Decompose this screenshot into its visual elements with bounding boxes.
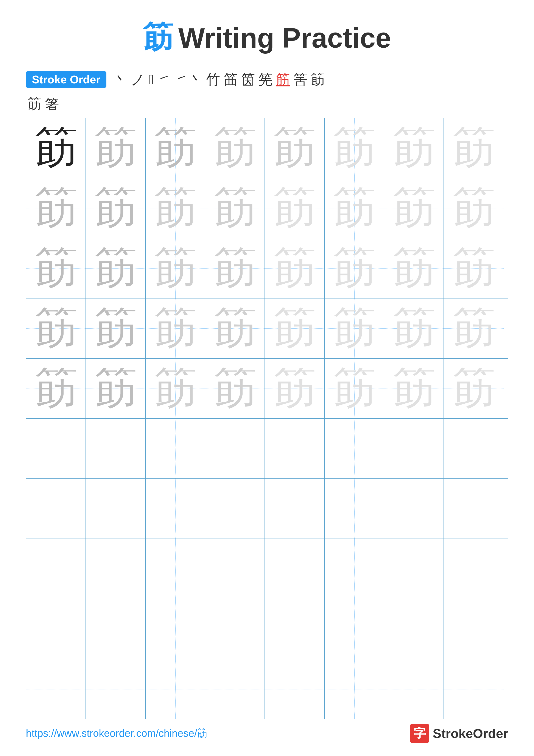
grid-cell-empty[interactable] bbox=[26, 599, 86, 659]
grid-cell-empty[interactable] bbox=[86, 479, 146, 539]
grid-cell-empty[interactable] bbox=[265, 419, 325, 478]
grid-row-5: 筯 筯 筯 筯 筯 筯 筯 筯 bbox=[26, 359, 508, 419]
grid-cell[interactable]: 筯 bbox=[205, 298, 265, 358]
practice-char: 筯 bbox=[273, 367, 316, 410]
grid-cell-empty[interactable] bbox=[325, 419, 384, 478]
grid-cell[interactable]: 筯 bbox=[265, 298, 325, 358]
grid-cell[interactable]: 筯 bbox=[325, 298, 384, 358]
grid-cell[interactable]: 筯 bbox=[384, 238, 444, 298]
grid-cell[interactable]: 筯 bbox=[384, 359, 444, 418]
grid-cell-empty[interactable] bbox=[265, 479, 325, 539]
practice-char: 筯 bbox=[35, 187, 78, 230]
grid-cell[interactable]: 筯 bbox=[205, 359, 265, 418]
grid-cell-empty[interactable] bbox=[86, 539, 146, 599]
grid-cell-empty[interactable] bbox=[444, 479, 504, 539]
practice-char: 筯 bbox=[452, 187, 496, 230]
grid-cell[interactable]: 筯 bbox=[146, 238, 205, 298]
grid-cell[interactable]: 筯 bbox=[384, 178, 444, 238]
practice-char: 筯 bbox=[273, 126, 316, 170]
grid-cell[interactable]: 筯 bbox=[444, 238, 504, 298]
practice-char: 筯 bbox=[393, 307, 436, 350]
grid-cell[interactable]: 筯 bbox=[146, 298, 205, 358]
grid-cell[interactable]: 筯 bbox=[86, 298, 146, 358]
grid-row-10 bbox=[26, 659, 508, 719]
grid-cell[interactable]: 筯 bbox=[384, 118, 444, 178]
practice-char: 筯 bbox=[35, 126, 78, 170]
grid-cell[interactable]: 筯 bbox=[205, 118, 265, 178]
grid-cell[interactable]: 筯 bbox=[146, 359, 205, 418]
grid-cell[interactable]: 筯 bbox=[265, 118, 325, 178]
grid-cell-empty[interactable] bbox=[86, 599, 146, 659]
grid-cell[interactable]: 筯 bbox=[26, 359, 86, 418]
grid-cell[interactable]: 筯 bbox=[86, 178, 146, 238]
grid-cell[interactable]: 筯 bbox=[86, 118, 146, 178]
grid-cell-empty[interactable] bbox=[325, 479, 384, 539]
grid-cell[interactable]: 筯 bbox=[26, 178, 86, 238]
grid-cell-empty[interactable] bbox=[444, 539, 504, 599]
practice-char: 筯 bbox=[214, 187, 257, 230]
practice-char: 筯 bbox=[154, 367, 197, 410]
grid-cell-empty[interactable] bbox=[444, 659, 504, 719]
grid-cell-empty[interactable] bbox=[265, 659, 325, 719]
grid-cell[interactable]: 筯 bbox=[86, 238, 146, 298]
grid-cell[interactable]: 筯 bbox=[444, 298, 504, 358]
grid-cell-empty[interactable] bbox=[444, 419, 504, 478]
grid-cell-empty[interactable] bbox=[146, 479, 205, 539]
grid-cell-empty[interactable] bbox=[26, 659, 86, 719]
practice-char: 筯 bbox=[214, 367, 257, 410]
grid-cell[interactable]: 筯 bbox=[205, 178, 265, 238]
grid-cell-empty[interactable] bbox=[384, 419, 444, 478]
grid-cell-empty[interactable] bbox=[265, 599, 325, 659]
grid-cell[interactable]: 筯 bbox=[325, 238, 384, 298]
grid-cell[interactable]: 筯 bbox=[325, 359, 384, 418]
grid-cell-empty[interactable] bbox=[384, 599, 444, 659]
practice-char: 筯 bbox=[333, 307, 376, 350]
grid-cell[interactable]: 筯 bbox=[384, 298, 444, 358]
stroke-2: ノ bbox=[131, 71, 145, 88]
grid-cell-empty[interactable] bbox=[86, 419, 146, 478]
grid-cell[interactable]: 筯 bbox=[444, 359, 504, 418]
grid-cell[interactable]: 筯 bbox=[325, 118, 384, 178]
practice-char: 筯 bbox=[154, 307, 197, 350]
grid-cell-empty[interactable] bbox=[205, 599, 265, 659]
grid-cell[interactable]: 筯 bbox=[26, 238, 86, 298]
grid-cell-empty[interactable] bbox=[146, 599, 205, 659]
grid-cell[interactable]: 筯 bbox=[325, 178, 384, 238]
grid-cell-empty[interactable] bbox=[265, 539, 325, 599]
grid-cell[interactable]: 筯 bbox=[265, 359, 325, 418]
grid-cell-empty[interactable] bbox=[205, 419, 265, 478]
footer-url[interactable]: https://www.strokeorder.com/chinese/筯 bbox=[26, 726, 207, 740]
grid-cell-empty[interactable] bbox=[325, 539, 384, 599]
page-container: 筯 Writing Practice Stroke Order 丶 ノ 𠃌 ㇀ … bbox=[0, 0, 534, 756]
grid-cell[interactable]: 筯 bbox=[444, 178, 504, 238]
grid-cell-empty[interactable] bbox=[26, 539, 86, 599]
grid-cell-empty[interactable] bbox=[384, 479, 444, 539]
grid-cell-empty[interactable] bbox=[26, 419, 86, 478]
grid-cell[interactable]: 筯 bbox=[265, 238, 325, 298]
practice-char: 筯 bbox=[273, 247, 316, 290]
grid-cell[interactable]: 筯 bbox=[146, 118, 205, 178]
grid-cell-empty[interactable] bbox=[205, 479, 265, 539]
practice-char: 筯 bbox=[94, 126, 137, 170]
grid-cell-empty[interactable] bbox=[26, 479, 86, 539]
grid-cell-empty[interactable] bbox=[146, 659, 205, 719]
grid-cell-empty[interactable] bbox=[325, 599, 384, 659]
grid-cell-empty[interactable] bbox=[146, 539, 205, 599]
grid-cell-empty[interactable] bbox=[205, 659, 265, 719]
practice-char: 筯 bbox=[393, 126, 436, 170]
grid-cell[interactable]: 筯 bbox=[205, 238, 265, 298]
practice-char: 筯 bbox=[35, 307, 78, 350]
grid-cell-empty[interactable] bbox=[384, 659, 444, 719]
grid-cell[interactable]: 筯 bbox=[86, 359, 146, 418]
grid-cell[interactable]: 筯 bbox=[265, 178, 325, 238]
grid-cell[interactable]: 筯 bbox=[26, 298, 86, 358]
grid-cell-empty[interactable] bbox=[444, 599, 504, 659]
grid-cell[interactable]: 筯 bbox=[146, 178, 205, 238]
grid-cell[interactable]: 筯 bbox=[26, 118, 86, 178]
grid-cell-empty[interactable] bbox=[86, 659, 146, 719]
grid-cell-empty[interactable] bbox=[146, 419, 205, 478]
grid-cell-empty[interactable] bbox=[325, 659, 384, 719]
grid-cell-empty[interactable] bbox=[205, 539, 265, 599]
grid-cell[interactable]: 筯 bbox=[444, 118, 504, 178]
grid-cell-empty[interactable] bbox=[384, 539, 444, 599]
